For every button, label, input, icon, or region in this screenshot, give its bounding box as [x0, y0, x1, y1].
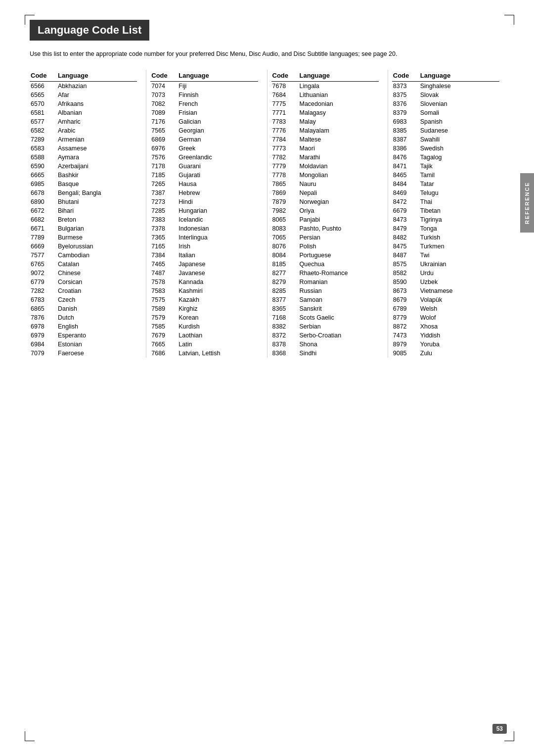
language-cell: Croatian — [57, 286, 137, 295]
table-row: 8185Quechua — [271, 260, 379, 269]
table-row: 8385Sudanese — [392, 126, 499, 135]
col-header-code-0: Code — [30, 70, 57, 82]
code-cell: 7282 — [30, 286, 57, 295]
code-cell: 8469 — [392, 189, 419, 197]
language-cell: Hausa — [178, 180, 258, 189]
language-cell: Breton — [57, 215, 137, 224]
table-row: 7579Korean — [150, 313, 258, 322]
language-cell: Ukrainian — [419, 260, 499, 269]
code-cell: 8476 — [392, 153, 419, 162]
page-number: 53 — [492, 724, 507, 734]
table-row: 7387Hebrew — [150, 189, 258, 197]
code-cell: 6588 — [30, 153, 57, 162]
language-cell: Nepali — [299, 189, 379, 197]
code-cell: 7775 — [271, 99, 299, 108]
table-row: 6869German — [150, 135, 258, 144]
language-cell: Mongolian — [299, 171, 379, 180]
table-row: 8277Rhaeto-Romance — [271, 269, 379, 278]
code-cell: 7565 — [150, 126, 178, 135]
table-row: 7576Greenlandic — [150, 153, 258, 162]
code-cell: 7585 — [150, 322, 178, 331]
language-cell: Lingala — [299, 81, 379, 91]
language-cell: English — [57, 322, 137, 331]
table-row: 6590Azerbaijani — [30, 162, 137, 171]
language-cell: Turkish — [419, 233, 499, 242]
language-cell: Corsican — [57, 278, 137, 286]
language-cell: Oriya — [299, 206, 379, 215]
col-header-lang-3: Language — [419, 70, 499, 82]
table-row: 7678Lingala — [271, 81, 379, 91]
table-row: 7565Georgian — [150, 126, 258, 135]
code-cell: 7487 — [150, 269, 178, 278]
table-row: 8484Tatar — [392, 180, 499, 189]
language-cell: Marathi — [299, 153, 379, 162]
table-row: 8679Volapük — [392, 295, 499, 304]
language-cell: Azerbaijani — [57, 162, 137, 171]
table-row: 6765Catalan — [30, 260, 137, 269]
language-cell: Latvian, Lettish — [178, 349, 258, 358]
code-cell: 6682 — [30, 215, 57, 224]
table-row: 8673Vietnamese — [392, 286, 499, 295]
language-cell: Czech — [57, 295, 137, 304]
column-pair-2: CodeLanguage7678Lingala7684Lithuanian777… — [271, 70, 384, 358]
language-cell: Polish — [299, 242, 379, 251]
language-cell: Esperanto — [57, 331, 137, 340]
code-cell: 8484 — [392, 180, 419, 189]
language-cell: Finnish — [178, 91, 258, 99]
code-cell: 7185 — [150, 171, 178, 180]
code-cell: 6679 — [392, 206, 419, 215]
language-cell: Danish — [57, 304, 137, 313]
table-row: 8472Thai — [392, 197, 499, 206]
code-cell: 7082 — [150, 99, 178, 108]
table-row: 6983Spanish — [392, 117, 499, 126]
table-row: 8083Pashto, Pushto — [271, 224, 379, 233]
table-row: 8475Turkmen — [392, 242, 499, 251]
language-cell: Tagalog — [419, 153, 499, 162]
language-cell: Moldavian — [299, 162, 379, 171]
language-cell: Abkhazian — [57, 81, 137, 91]
table-row: 7365Interlingua — [150, 233, 258, 242]
language-cell: Malay — [299, 117, 379, 126]
code-cell: 7365 — [150, 233, 178, 242]
table-row: 6779Corsican — [30, 278, 137, 286]
language-cell: Malagasy — [299, 108, 379, 117]
table-row: 7771Malagasy — [271, 108, 379, 117]
language-cell: Turkmen — [419, 242, 499, 251]
language-cell: Basque — [57, 180, 137, 189]
table-row: 6679Tibetan — [392, 206, 499, 215]
code-cell: 7789 — [30, 233, 57, 242]
code-cell: 7776 — [271, 126, 299, 135]
table-row: 7065Persian — [271, 233, 379, 242]
table-row: 6565Afar — [30, 91, 137, 99]
code-cell: 8673 — [392, 286, 419, 295]
language-cell: Japanese — [178, 260, 258, 269]
code-cell: 7176 — [150, 117, 178, 126]
table-row: 7876Dutch — [30, 313, 137, 322]
corner-mark-bl-v — [25, 731, 25, 741]
code-cell: 8473 — [392, 215, 419, 224]
table-row: 7383Icelandic — [150, 215, 258, 224]
language-cell: Xhosa — [419, 322, 499, 331]
language-cell: Telugu — [419, 189, 499, 197]
language-cell: Indonesian — [178, 224, 258, 233]
table-row: 7487Javanese — [150, 269, 258, 278]
reference-tab: REFERENCE — [520, 173, 534, 233]
table-row: 7775Macedonian — [271, 99, 379, 108]
code-cell: 7876 — [30, 313, 57, 322]
code-cell: 8379 — [392, 108, 419, 117]
table-row: 9085Zulu — [392, 349, 499, 358]
code-cell: 7579 — [150, 313, 178, 322]
code-cell: 6669 — [30, 242, 57, 251]
language-cell: Dutch — [57, 313, 137, 322]
table-row: 7465Japanese — [150, 260, 258, 269]
language-cell: Hebrew — [178, 189, 258, 197]
corner-mark-tl-v — [25, 15, 25, 25]
language-cell: Assamese — [57, 144, 137, 153]
table-row: 7982Oriya — [271, 206, 379, 215]
code-cell: 7773 — [271, 144, 299, 153]
table-row: 6890Bhutani — [30, 197, 137, 206]
language-cell: Slovak — [419, 91, 499, 99]
column-pair-1: CodeLanguage7074Fiji7073Finnish7082Frenc… — [150, 70, 263, 358]
table-row: 8473Tigrinya — [392, 215, 499, 224]
language-cell: Albanian — [57, 108, 137, 117]
